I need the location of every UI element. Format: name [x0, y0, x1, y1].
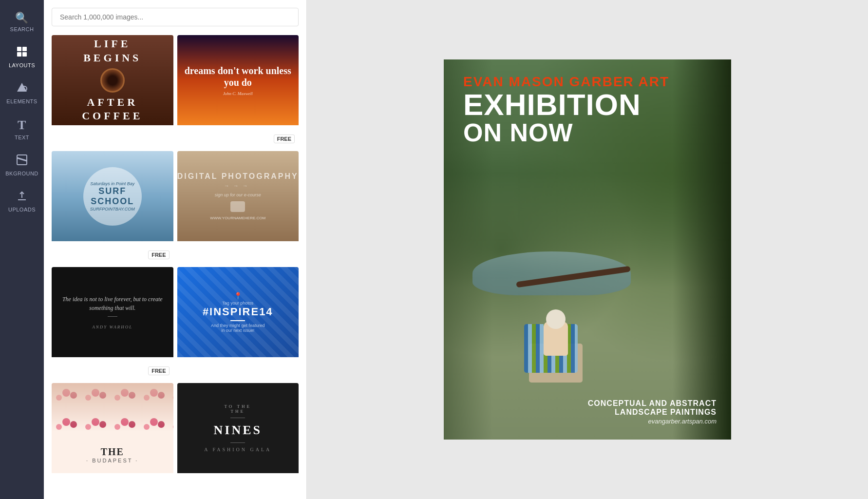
- sidebar-item-text[interactable]: T TEXT: [0, 111, 44, 147]
- svg-rect-1: [22, 47, 27, 51]
- card-life-line2: BEGINS: [83, 52, 141, 64]
- sidebar-item-search[interactable]: 🔍 SEARCH: [0, 5, 44, 39]
- card-budapest-sub: · BUDAPEST ·: [86, 458, 138, 463]
- template-card-nines[interactable]: TO THE THE NINES A FASHION GALA: [177, 383, 299, 495]
- sidebar-item-background[interactable]: BKGROUND: [0, 147, 44, 183]
- svg-line-7: [17, 158, 27, 161]
- text-icon: T: [18, 118, 26, 133]
- flowers-decoration: [52, 383, 173, 432]
- sidebar-item-layouts[interactable]: LAYOUTS: [0, 39, 44, 75]
- card-dreams-author: John C. Maxwell: [223, 91, 253, 96]
- sidebar-item-label: UPLOADS: [8, 207, 36, 212]
- search-container: [44, 0, 306, 31]
- card-surf-url: SURFPOINTBAY.COM: [90, 207, 135, 211]
- main-canvas[interactable]: EVAN MASON GARBER ART EXHIBITION ON NOW …: [444, 59, 731, 440]
- sidebar-item-label: ELEMENTS: [6, 98, 37, 104]
- templates-panel: LIFE BEGINS AFTER COFFEE dreams don't wo…: [44, 0, 307, 499]
- card-nines-sub: A FASHION GALA: [204, 447, 271, 452]
- card-nines-to: TO THE: [225, 404, 251, 409]
- canvas-title-main: EXHIBITION: [463, 90, 712, 120]
- sidebar-item-elements[interactable]: ELEMENTS: [0, 75, 44, 111]
- camera-icon: [230, 201, 245, 212]
- canvas-text-overlay: EVAN MASON GARBER ART EXHIBITION ON NOW …: [444, 59, 731, 440]
- card-life-line1: LIFE: [94, 38, 131, 50]
- card-digital-sub: sign up for our e-course: [215, 192, 261, 197]
- free-badge: FREE: [148, 250, 169, 259]
- template-card-dreams[interactable]: dreams don't work unless you do John C. …: [177, 35, 299, 147]
- template-card-life-begins[interactable]: LIFE BEGINS AFTER COFFEE: [52, 35, 173, 147]
- sidebar-item-label: SEARCH: [10, 26, 34, 32]
- canvas-bottom-line2: LANDSCAPE PAINTINGS: [588, 408, 717, 417]
- canvas-bottom-line1: CONCEPTUAL AND ABSTRACT: [588, 399, 717, 408]
- search-icon: 🔍: [15, 12, 29, 24]
- upload-icon: [16, 190, 28, 205]
- elements-icon: [16, 82, 28, 96]
- card-digital-title: DIGITAL PHOTOGRAPHY: [177, 172, 299, 181]
- template-card-inspire14[interactable]: 📍 Tag your photos #INSPIRE14 And they mi…: [177, 267, 299, 379]
- card-nines-main: NINES: [214, 423, 262, 438]
- card-life-line4: COFFEE: [82, 110, 143, 122]
- coffee-cup-icon: [100, 68, 125, 93]
- sidebar-item-label: LAYOUTS: [9, 62, 35, 68]
- canvas-bottom-text: CONCEPTUAL AND ABSTRACT LANDSCAPE PAINTI…: [588, 399, 717, 425]
- sidebar-item-label: TEXT: [15, 134, 29, 140]
- card-digital-url: WWW.YOURNAMEHERE.COM: [210, 216, 265, 220]
- card-budapest-main: THE: [101, 446, 124, 458]
- template-card-digital-photography[interactable]: DIGITAL PHOTOGRAPHY →→→ sign up for our …: [177, 151, 299, 263]
- card-surf-tag: Saturdays in Point Bay: [90, 181, 134, 186]
- card-idea-author: ANDY WARHOL: [92, 325, 132, 329]
- svg-rect-0: [17, 47, 21, 51]
- template-card-idea[interactable]: The idea is not to live forever, but to …: [52, 267, 173, 379]
- card-inspire-hashtag: #INSPIRE14: [203, 306, 273, 318]
- card-inspire-sub: And they might get featured in our next …: [208, 323, 267, 333]
- search-input[interactable]: [52, 8, 299, 26]
- free-badge: FREE: [274, 134, 295, 143]
- card-life-line3: AFTER: [87, 96, 138, 108]
- svg-rect-3: [22, 52, 27, 57]
- svg-rect-2: [17, 52, 21, 57]
- canvas-area: EVAN MASON GARBER ART EXHIBITION ON NOW …: [307, 0, 868, 499]
- sidebar-item-label: BKGROUND: [5, 171, 38, 176]
- canvas-title-block: EVAN MASON GARBER ART EXHIBITION ON NOW: [463, 74, 712, 145]
- card-dreams-title: dreams don't work unless you do: [182, 65, 294, 88]
- card-idea-quote: The idea is not to live forever, but to …: [61, 295, 164, 312]
- divider: [230, 418, 245, 418]
- divider: [230, 442, 245, 443]
- sidebar-item-uploads[interactable]: UPLOADS: [0, 183, 44, 219]
- free-badge: FREE: [148, 366, 169, 375]
- template-card-budapest[interactable]: THE · BUDAPEST ·: [52, 383, 173, 495]
- templates-grid: LIFE BEGINS AFTER COFFEE dreams don't wo…: [44, 31, 306, 499]
- card-surf-main: SURF SCHOOL: [83, 186, 142, 207]
- sidebar: 🔍 SEARCH LAYOUTS ELEMENTS T TEXT BKGROUN…: [0, 0, 44, 499]
- card-inspire-tag: Tag your photos: [222, 301, 253, 306]
- pin-icon: 📍: [234, 292, 242, 300]
- canvas-bottom-url: evangarber.artspan.com: [588, 418, 717, 425]
- canvas-subtitle: ON NOW: [463, 120, 712, 145]
- template-card-surf-school[interactable]: Saturdays in Point Bay SURF SCHOOL SURFP…: [52, 151, 173, 263]
- layouts-icon: [16, 46, 28, 60]
- divider: [230, 320, 245, 321]
- background-icon: [16, 154, 28, 169]
- card-nines-the: THE: [231, 409, 245, 414]
